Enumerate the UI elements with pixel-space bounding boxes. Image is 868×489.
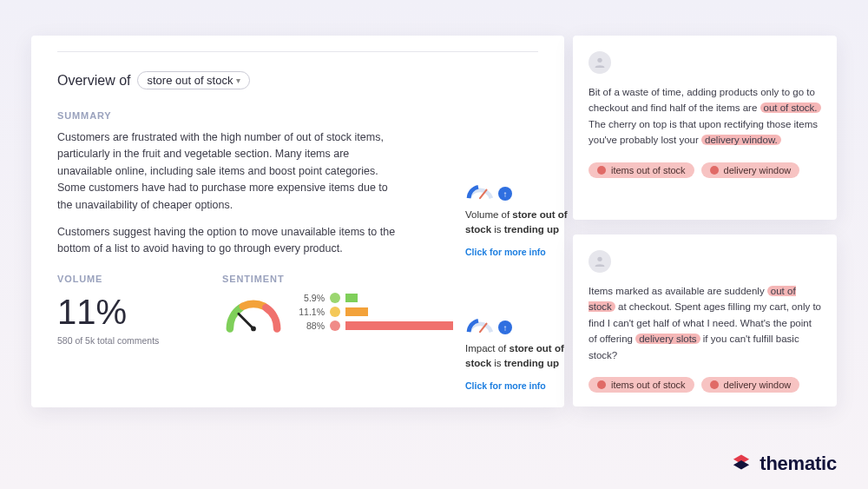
frown-icon [330,320,340,331]
tag[interactable]: items out of stock [589,162,694,178]
trend-up-badge-icon: ↑ [498,187,512,201]
avatar-icon [589,250,611,273]
frown-icon [597,166,606,175]
frown-icon [710,166,719,175]
volume-percent: 11% [57,293,222,332]
smile-icon [330,293,340,303]
comment-card: Items marked as available are suddenly o… [573,235,837,406]
impact-trend-text: Impact of store out of stock is trending… [465,341,587,370]
comment-text: Items marked as available are suddenly o… [589,283,821,363]
sentiment-positive-value: 5.9% [295,293,325,303]
tag-row: items out of stock delivery window [589,377,821,393]
summary-heading: SUMMARY [57,110,538,121]
highlight: delivery window. [701,135,781,145]
sentiment-row-neutral: 11.1% [295,307,453,317]
impact-trend-link[interactable]: Click for more info [465,380,587,391]
volume-trend-text: Volume of store out of stock is trending… [465,208,587,236]
highlight: out of stock. [760,102,821,113]
tag[interactable]: delivery window [701,162,800,178]
sentiment-neutral-value: 11.1% [295,307,325,317]
neutral-face-icon [330,307,340,317]
overview-card: Overview of store out of stock ▾ SUMMARY… [31,36,564,407]
comment-text: Bit of a waste of time, adding products … [589,84,821,149]
overview-label: Overview of [57,73,130,89]
sentiment-heading: SENTIMENT [222,274,538,284]
volume-trend-block: ↑ Volume of store out of stock is trendi… [465,182,587,257]
sentiment-gauge-icon [222,293,285,336]
brand-logo: thematic [730,453,837,475]
tag[interactable]: delivery window [701,377,800,393]
sentiment-bars: 5.9% 11.1% 88% [295,293,453,331]
frown-icon [710,380,719,389]
highlight: delivery slots [635,334,700,344]
summary-paragraph-2: Customers suggest having the option to m… [57,224,396,258]
tag[interactable]: items out of stock [589,377,694,393]
svg-line-0 [239,314,253,328]
comment-card: Bit of a waste of time, adding products … [573,36,837,220]
volume-heading: VOLUME [57,274,222,284]
topic-selector[interactable]: store out of stock ▾ [137,71,250,89]
summary-paragraph-1: Customers are frustrated with the high n… [57,129,396,214]
sentiment-row-positive: 5.9% [295,293,453,303]
brand-name: thematic [760,453,837,475]
sentiment-neutral-bar [345,307,368,316]
volume-block: VOLUME 11% 580 of 5k total comments [57,274,222,346]
chevron-down-icon: ▾ [236,76,240,85]
trend-up-badge-icon: ↑ [498,320,512,334]
tag-row: items out of stock delivery window [589,162,821,178]
impact-trend-block: ↑ Impact of store out of stock is trendi… [465,315,587,391]
volume-trend-link[interactable]: Click for more info [465,247,587,257]
topic-selector-text: store out of stock [147,74,233,87]
svg-point-5 [597,257,602,261]
divider [57,51,538,52]
sentiment-positive-bar [345,294,358,302]
sentiment-negative-bar [345,321,453,330]
frown-icon [597,380,606,389]
svg-point-4 [597,58,602,63]
volume-subline: 580 of 5k total comments [57,335,222,346]
impact-trend-gauge-icon: ↑ [465,315,587,334]
avatar-icon [589,51,611,74]
sentiment-negative-value: 88% [295,320,325,331]
thematic-logo-icon [730,453,753,475]
sentiment-row-negative: 88% [295,320,453,331]
overview-header: Overview of store out of stock ▾ [57,71,538,89]
volume-trend-gauge-icon: ↑ [465,182,587,201]
svg-point-1 [251,326,256,331]
